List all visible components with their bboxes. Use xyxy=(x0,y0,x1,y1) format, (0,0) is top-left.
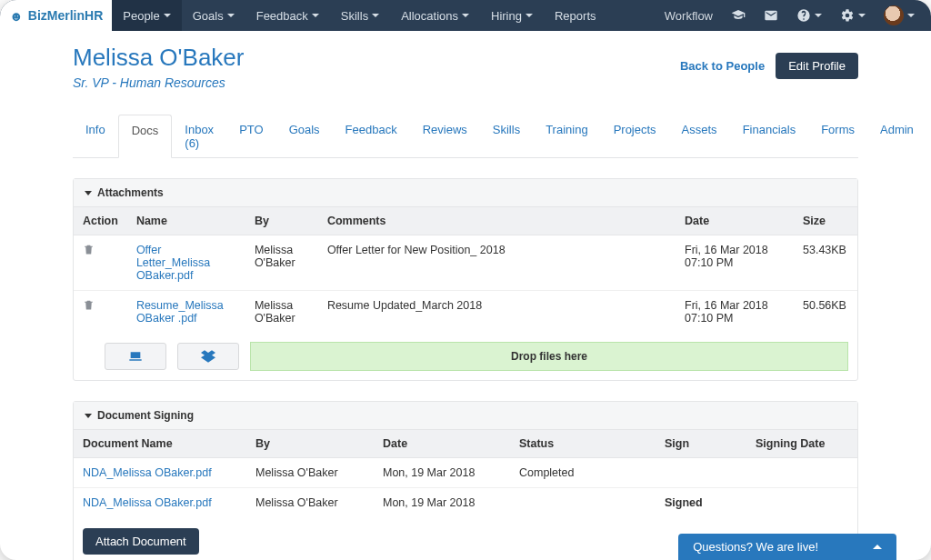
tab-training[interactable]: Training xyxy=(533,115,600,158)
th-docname: Document Name xyxy=(74,430,246,458)
cell-comments: Resume Updated_March 2018 xyxy=(318,291,676,334)
edit-profile-button[interactable]: Edit Profile xyxy=(776,53,858,79)
brand-text: BizMerlinHR xyxy=(28,8,103,23)
nav-left: People Goals Feedback Skills Allocations… xyxy=(112,0,606,31)
tab-forms[interactable]: Forms xyxy=(808,115,867,158)
upload-computer-button[interactable] xyxy=(105,343,166,370)
cell-date: Mon, 19 Mar 2018 xyxy=(374,458,510,488)
th-comments: Comments xyxy=(318,207,676,235)
chat-widget[interactable]: Questions? We are live! xyxy=(678,534,896,560)
cell-by: Melissa O'Baker xyxy=(245,235,318,291)
cell-size: 50.56KB xyxy=(794,291,857,334)
nav-people[interactable]: People xyxy=(112,0,181,31)
tab-financials[interactable]: Financials xyxy=(730,115,809,158)
cell-sign xyxy=(656,458,746,488)
chevron-down-icon xyxy=(462,14,469,17)
back-to-people-link[interactable]: Back to People xyxy=(680,59,765,73)
table-row: Offer Letter_Melissa OBaker.pdf Melissa … xyxy=(74,235,857,291)
attachments-panel: Attachments Action Name By Comments Date… xyxy=(73,178,858,381)
th-status: Status xyxy=(510,430,656,458)
th-signing-date: Signing Date xyxy=(746,430,857,458)
dropzone[interactable]: Drop files here xyxy=(250,342,848,371)
nav-right: Workflow xyxy=(656,0,924,31)
tab-reviews[interactable]: Reviews xyxy=(410,115,480,158)
cell-size: 53.43KB xyxy=(794,235,857,291)
trash-icon[interactable] xyxy=(83,245,95,258)
tab-goals[interactable]: Goals xyxy=(276,115,333,158)
cell-signing-date xyxy=(746,458,857,488)
table-row: NDA_Melissa OBaker.pdf Melissa O'Baker M… xyxy=(74,488,857,518)
cell-status: Completed xyxy=(510,458,656,488)
tab-assets[interactable]: Assets xyxy=(669,115,730,158)
attach-document-button[interactable]: Attach Document xyxy=(83,528,199,555)
dropbox-icon xyxy=(198,349,218,364)
chat-text: Questions? We are live! xyxy=(693,540,818,554)
brand-icon: ☻ xyxy=(9,8,24,24)
nav-goals[interactable]: Goals xyxy=(182,0,245,31)
attachments-title: Attachments xyxy=(97,186,164,199)
cell-signing-date xyxy=(746,488,857,518)
gear-icon[interactable] xyxy=(831,0,875,31)
tab-docs[interactable]: Docs xyxy=(118,115,173,158)
content-area: Melissa O'Baker Sr. VP - Human Resources… xyxy=(0,31,931,560)
cell-date: Fri, 16 Mar 2018 07:10 PM xyxy=(676,291,794,334)
cell-sign: Signed xyxy=(656,488,746,518)
nav-skills[interactable]: Skills xyxy=(330,0,390,31)
mail-icon[interactable] xyxy=(755,0,787,31)
person-name: Melissa O'Baker xyxy=(73,44,244,72)
th-name: Name xyxy=(127,207,245,235)
chevron-down-icon xyxy=(227,14,235,17)
chevron-down-icon xyxy=(85,191,92,195)
attachments-header[interactable]: Attachments xyxy=(74,179,857,206)
tab-skills[interactable]: Skills xyxy=(480,115,533,158)
nav-feedback[interactable]: Feedback xyxy=(245,0,330,31)
chevron-down-icon xyxy=(372,14,379,17)
profile-tabs: Info Docs Inbox (6) PTO Goals Feedback R… xyxy=(73,114,858,158)
table-row: Resume_Melissa OBaker .pdf Melissa O'Bak… xyxy=(74,291,857,334)
cell-date: Fri, 16 Mar 2018 07:10 PM xyxy=(676,235,794,291)
trash-icon[interactable] xyxy=(83,301,95,314)
signing-header[interactable]: Document Signing xyxy=(74,402,857,429)
tab-projects[interactable]: Projects xyxy=(601,115,669,158)
cell-comments: Offer Letter for New Position_ 2018 xyxy=(318,235,676,291)
chevron-down-icon xyxy=(907,14,915,17)
nav-workflow[interactable]: Workflow xyxy=(656,0,722,31)
chevron-down-icon xyxy=(815,14,822,17)
chevron-down-icon xyxy=(312,14,319,17)
chevron-down-icon xyxy=(526,14,533,17)
avatar-image xyxy=(884,5,904,25)
chevron-down-icon xyxy=(164,14,171,17)
file-link[interactable]: Resume_Melissa OBaker .pdf xyxy=(136,299,224,325)
th-by: By xyxy=(245,207,318,235)
user-avatar[interactable] xyxy=(875,0,924,31)
tab-info[interactable]: Info xyxy=(73,115,118,158)
chevron-down-icon xyxy=(85,414,92,418)
table-row: NDA_Melissa OBaker.pdf Melissa O'Baker M… xyxy=(74,458,857,488)
tab-pto[interactable]: PTO xyxy=(226,115,276,158)
th-date: Date xyxy=(374,430,510,458)
nav-allocations[interactable]: Allocations xyxy=(390,0,480,31)
person-title: Sr. VP - Human Resources xyxy=(73,75,244,90)
file-link[interactable]: NDA_Melissa OBaker.pdf xyxy=(83,496,212,509)
cell-by: Melissa O'Baker xyxy=(245,291,318,334)
cell-status xyxy=(510,488,656,518)
cell-by: Melissa O'Baker xyxy=(246,488,374,518)
th-size: Size xyxy=(794,207,857,235)
upload-row: Drop files here xyxy=(74,333,857,380)
brand-logo[interactable]: ☻ BizMerlinHR xyxy=(0,0,112,31)
th-by: By xyxy=(246,430,374,458)
chevron-up-icon xyxy=(873,545,882,549)
top-navbar: ☻ BizMerlinHR People Goals Feedback Skil… xyxy=(0,0,931,31)
tab-admin[interactable]: Admin xyxy=(867,115,926,158)
grad-cap-icon[interactable] xyxy=(722,0,755,31)
tab-inbox[interactable]: Inbox (6) xyxy=(172,115,226,158)
file-link[interactable]: NDA_Melissa OBaker.pdf xyxy=(83,466,212,479)
file-link[interactable]: Offer Letter_Melissa OBaker.pdf xyxy=(136,244,210,282)
tab-feedback[interactable]: Feedback xyxy=(333,115,410,158)
th-sign: Sign xyxy=(656,430,746,458)
upload-dropbox-button[interactable] xyxy=(177,343,239,370)
nav-reports[interactable]: Reports xyxy=(544,0,607,31)
nav-hiring[interactable]: Hiring xyxy=(480,0,544,31)
cell-by: Melissa O'Baker xyxy=(246,458,374,488)
help-icon[interactable] xyxy=(787,0,831,31)
